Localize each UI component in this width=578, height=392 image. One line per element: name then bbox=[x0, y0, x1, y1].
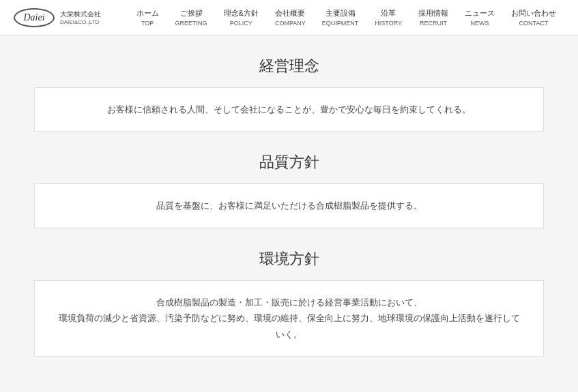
section-environment-policy-text1: 合成樹脂製品の製造・加工・販売に於ける経営事業活動において、 bbox=[55, 295, 523, 310]
section-quality-policy-card: 品質を基盤に、お客様に満足いただける合成樹脂製品を提供する。 bbox=[34, 183, 544, 228]
nav-item-greeting-jp: ご挨拶 bbox=[175, 8, 207, 18]
nav-item-news-jp: ニュース bbox=[465, 8, 495, 18]
nav-item-recruit-jp: 採用情報 bbox=[418, 8, 448, 18]
nav-item-contact-en: CONTACT bbox=[511, 20, 556, 27]
nav-item-top[interactable]: ホーム TOP bbox=[128, 5, 167, 29]
nav-item-equipment-jp: 主要設備 bbox=[322, 8, 359, 18]
nav-item-policy[interactable]: 理念&方針 POLICY bbox=[216, 5, 267, 29]
nav-item-policy-en: POLICY bbox=[224, 20, 259, 27]
section-quality-policy: 品質方針 品質を基盤に、お客様に満足いただける合成樹脂製品を提供する。 bbox=[34, 152, 544, 228]
company-name-jp: 大栄株式会社 bbox=[60, 10, 101, 19]
section-quality-policy-title: 品質方針 bbox=[34, 152, 544, 172]
logo-oval: Daiei bbox=[14, 8, 55, 27]
nav-item-top-jp: ホーム bbox=[136, 8, 159, 18]
section-environment-policy-text2: 環境負荷の減少と省資源、汚染予防などに努め、環境の維持、保全向上に努力、地球環境… bbox=[55, 310, 523, 342]
section-management-philosophy-text: お客様に信頼される人間、そして会社になることが、豊かで安心な毎日を約束してくれる… bbox=[55, 102, 523, 117]
logo-text: Daiei bbox=[23, 12, 44, 23]
section-environment-policy-card: 合成樹脂製品の製造・加工・販売に於ける経営事業活動において、 環境負荷の減少と省… bbox=[34, 280, 544, 357]
nav-item-greeting[interactable]: ご挨拶 GREETING bbox=[167, 5, 216, 29]
site-header: Daiei 大栄株式会社 DAIEI&CO.,LTD ホーム TOP ご挨拶 G… bbox=[0, 0, 578, 35]
main-content: 経営理念 お客様に信頼される人間、そして会社になることが、豊かで安心な毎日を約束… bbox=[0, 35, 578, 392]
nav-item-recruit[interactable]: 採用情報 RECRUIT bbox=[410, 5, 457, 29]
nav-item-news[interactable]: ニュース NEWS bbox=[457, 5, 503, 29]
section-environment-policy-title: 環境方針 bbox=[34, 249, 544, 269]
section-management-philosophy: 経営理念 お客様に信頼される人間、そして会社になることが、豊かで安心な毎日を約束… bbox=[34, 56, 544, 132]
company-name-block: 大栄株式会社 DAIEI&CO.,LTD bbox=[60, 10, 101, 25]
nav-item-history-en: HISTORY bbox=[375, 20, 402, 27]
nav-item-recruit-en: RECRUIT bbox=[418, 20, 448, 27]
nav-item-contact[interactable]: お問い合わせ CONTACT bbox=[503, 5, 564, 29]
nav-item-company-en: COMPANY bbox=[275, 20, 306, 27]
section-quality-policy-text: 品質を基盤に、お客様に満足いただける合成樹脂製品を提供する。 bbox=[55, 198, 523, 213]
nav-item-policy-jp: 理念&方針 bbox=[224, 8, 259, 18]
nav-item-history[interactable]: 沿革 HISTORY bbox=[366, 5, 410, 29]
company-name-en: DAIEI&CO.,LTD bbox=[60, 19, 101, 25]
nav-item-greeting-en: GREETING bbox=[175, 20, 207, 27]
section-management-philosophy-title: 経営理念 bbox=[34, 56, 544, 76]
nav-item-company[interactable]: 会社概要 COMPANY bbox=[267, 5, 314, 29]
logo-area: Daiei 大栄株式会社 DAIEI&CO.,LTD bbox=[14, 8, 101, 27]
main-nav: ホーム TOP ご挨拶 GREETING 理念&方針 POLICY 会社概要 C… bbox=[128, 5, 564, 29]
nav-item-company-jp: 会社概要 bbox=[275, 8, 306, 18]
nav-item-news-en: NEWS bbox=[465, 20, 495, 27]
nav-item-equipment[interactable]: 主要設備 EQUIPMENT bbox=[314, 5, 367, 29]
nav-item-equipment-en: EQUIPMENT bbox=[322, 20, 359, 27]
section-environment-policy: 環境方針 合成樹脂製品の製造・加工・販売に於ける経営事業活動において、 環境負荷… bbox=[34, 249, 544, 357]
section-management-philosophy-card: お客様に信頼される人間、そして会社になることが、豊かで安心な毎日を約束してくれる… bbox=[34, 87, 544, 132]
nav-item-contact-jp: お問い合わせ bbox=[511, 8, 556, 18]
nav-item-top-en: TOP bbox=[136, 20, 159, 27]
nav-item-history-jp: 沿革 bbox=[375, 8, 402, 18]
